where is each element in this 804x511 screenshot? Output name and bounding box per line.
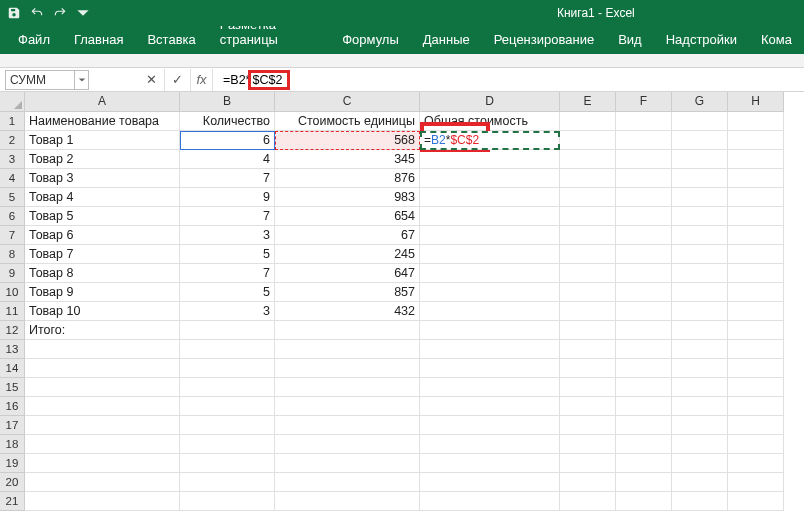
cell[interactable] — [560, 283, 616, 302]
cell[interactable] — [616, 131, 672, 150]
cell[interactable] — [420, 150, 560, 169]
cell[interactable] — [728, 245, 784, 264]
save-icon[interactable] — [6, 5, 22, 21]
cell[interactable] — [616, 188, 672, 207]
cell[interactable] — [180, 416, 275, 435]
undo-icon[interactable] — [29, 5, 45, 21]
cell[interactable]: 5 — [180, 283, 275, 302]
cell[interactable] — [616, 416, 672, 435]
cell[interactable]: 3 — [180, 302, 275, 321]
cell[interactable] — [672, 245, 728, 264]
cell[interactable] — [616, 169, 672, 188]
cell[interactable] — [560, 321, 616, 340]
grid-body[interactable]: Наименование товараКоличествоСтоимость е… — [25, 112, 784, 511]
cell[interactable]: Товар 5 — [25, 207, 180, 226]
cell[interactable]: 5 — [180, 245, 275, 264]
cell[interactable] — [672, 112, 728, 131]
cell[interactable] — [25, 473, 180, 492]
cell[interactable] — [180, 340, 275, 359]
cell[interactable]: Товар 3 — [25, 169, 180, 188]
cell[interactable] — [560, 188, 616, 207]
col-header[interactable]: H — [728, 92, 784, 112]
cell[interactable] — [560, 378, 616, 397]
cell[interactable]: Итого: — [25, 321, 180, 340]
cell[interactable] — [672, 302, 728, 321]
row-header[interactable]: 17 — [0, 416, 25, 435]
cell[interactable] — [420, 416, 560, 435]
col-header[interactable]: E — [560, 92, 616, 112]
cell[interactable] — [180, 473, 275, 492]
row-header[interactable]: 15 — [0, 378, 25, 397]
cell[interactable] — [672, 435, 728, 454]
row-header[interactable]: 3 — [0, 150, 25, 169]
row-header[interactable]: 6 — [0, 207, 25, 226]
cell[interactable] — [616, 264, 672, 283]
cell[interactable] — [728, 169, 784, 188]
cell[interactable] — [672, 340, 728, 359]
cell[interactable] — [728, 188, 784, 207]
cell[interactable]: Количество — [180, 112, 275, 131]
row-header[interactable]: 1 — [0, 112, 25, 131]
cell[interactable] — [560, 207, 616, 226]
cell[interactable] — [672, 150, 728, 169]
cell[interactable] — [728, 340, 784, 359]
cell[interactable] — [616, 454, 672, 473]
row-header[interactable]: 13 — [0, 340, 25, 359]
tab-formulas[interactable]: Формулы — [330, 26, 411, 54]
cell[interactable] — [560, 150, 616, 169]
cell[interactable]: 432 — [275, 302, 420, 321]
cell[interactable] — [420, 454, 560, 473]
row-header[interactable]: 19 — [0, 454, 25, 473]
cell[interactable] — [728, 416, 784, 435]
cell[interactable] — [420, 302, 560, 321]
cell[interactable]: Товар 9 — [25, 283, 180, 302]
cell[interactable] — [420, 188, 560, 207]
cell[interactable] — [728, 302, 784, 321]
cell[interactable] — [180, 492, 275, 511]
cell[interactable] — [616, 473, 672, 492]
tab-data[interactable]: Данные — [411, 26, 482, 54]
cell[interactable] — [672, 188, 728, 207]
enter-formula-icon[interactable]: ✓ — [165, 69, 191, 91]
tab-addins[interactable]: Надстройки — [654, 26, 749, 54]
cell[interactable] — [25, 340, 180, 359]
cell[interactable] — [672, 207, 728, 226]
cell[interactable] — [560, 340, 616, 359]
col-header[interactable]: D — [420, 92, 560, 112]
col-header[interactable]: G — [672, 92, 728, 112]
row-header[interactable]: 20 — [0, 473, 25, 492]
cell[interactable] — [672, 454, 728, 473]
cell[interactable] — [728, 207, 784, 226]
cell[interactable] — [560, 397, 616, 416]
cell[interactable] — [560, 416, 616, 435]
cell[interactable] — [616, 207, 672, 226]
cell[interactable] — [560, 473, 616, 492]
cell[interactable] — [616, 340, 672, 359]
cell[interactable] — [616, 226, 672, 245]
cell[interactable] — [420, 492, 560, 511]
cell[interactable]: 568 — [275, 131, 420, 150]
cell[interactable] — [616, 435, 672, 454]
cell[interactable] — [275, 397, 420, 416]
cell[interactable] — [560, 169, 616, 188]
cell[interactable] — [275, 473, 420, 492]
cell[interactable]: Товар 4 — [25, 188, 180, 207]
cell[interactable] — [672, 264, 728, 283]
cell[interactable] — [728, 131, 784, 150]
tab-insert[interactable]: Вставка — [135, 26, 207, 54]
cell[interactable] — [728, 473, 784, 492]
col-header[interactable]: F — [616, 92, 672, 112]
cell[interactable]: 345 — [275, 150, 420, 169]
cell[interactable] — [420, 340, 560, 359]
cell[interactable]: Товар 7 — [25, 245, 180, 264]
cell[interactable] — [728, 226, 784, 245]
cell[interactable] — [616, 397, 672, 416]
cell[interactable] — [180, 435, 275, 454]
cell[interactable] — [25, 454, 180, 473]
col-header[interactable]: A — [25, 92, 180, 112]
cell[interactable]: Товар 1 — [25, 131, 180, 150]
qat-dropdown-icon[interactable] — [75, 5, 91, 21]
cell[interactable] — [672, 397, 728, 416]
cell[interactable] — [728, 435, 784, 454]
cell[interactable]: 7 — [180, 264, 275, 283]
